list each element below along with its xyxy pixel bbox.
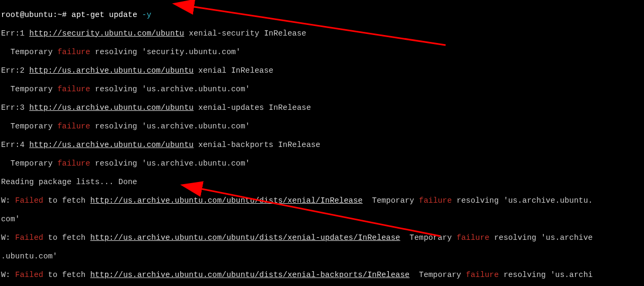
warn-fetch-2b: .ubuntu.com' (1, 252, 643, 262)
prompt-line-1[interactable]: root@ubuntu:~# apt-get update -y (1, 11, 643, 20)
err-reason-1: Temporary failure resolving 'security.ub… (1, 48, 643, 57)
err-line-3: Err:3 http://us.archive.ubuntu.com/ubunt… (1, 103, 643, 113)
err-reason-4: Temporary failure resolving 'us.archive.… (1, 159, 643, 169)
terminal-output: root@ubuntu:~# apt-get update -y Err:1 h… (0, 0, 644, 286)
fetch-url-3[interactable]: http://us.archive.ubuntu.com/ubuntu/dist… (90, 271, 410, 279)
fetch-url-1[interactable]: http://us.archive.ubuntu.com/ubuntu/dist… (90, 196, 362, 205)
prompt-path: ~ (57, 11, 62, 19)
err-line-4: Err:4 http://us.archive.ubuntu.com/ubunt… (1, 141, 643, 150)
warn-fetch-3a: W: Failed to fetch http://us.archive.ubu… (1, 271, 643, 280)
fetch-url-2[interactable]: http://us.archive.ubuntu.com/ubuntu/dist… (90, 233, 400, 242)
err-reason-3: Temporary failure resolving 'us.archive.… (1, 122, 643, 132)
reading-pkg-lists: Reading package lists... Done (1, 178, 643, 187)
command-1-flag: -y (142, 11, 152, 19)
err-reason-2: Temporary failure resolving 'us.archive.… (1, 85, 643, 94)
err-url-2[interactable]: http://us.archive.ubuntu.com/ubuntu (29, 66, 194, 75)
warn-fetch-2a: W: Failed to fetch http://us.archive.ubu… (1, 233, 643, 243)
err-url-3[interactable]: http://us.archive.ubuntu.com/ubuntu (29, 103, 194, 112)
warn-fetch-1b: com' (1, 215, 643, 224)
err-line-1: Err:1 http://security.ubuntu.com/ubuntu … (1, 29, 643, 39)
err-url-4[interactable]: http://us.archive.ubuntu.com/ubuntu (29, 141, 194, 149)
prompt-sep: # (62, 11, 67, 19)
err-url-1[interactable]: http://security.ubuntu.com/ubuntu (29, 29, 184, 38)
command-1: apt-get update (72, 11, 137, 19)
err-line-2: Err:2 http://us.archive.ubuntu.com/ubunt… (1, 66, 643, 76)
prompt-user-host: root@ubuntu (1, 11, 53, 19)
warn-fetch-1a: W: Failed to fetch http://us.archive.ubu… (1, 196, 643, 206)
